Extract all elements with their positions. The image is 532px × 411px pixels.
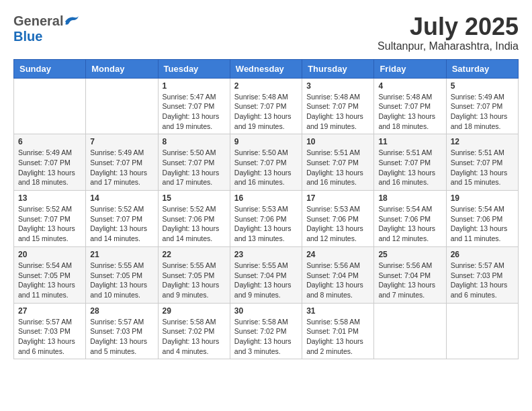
calendar-cell: 21Sunrise: 5:55 AMSunset: 7:05 PMDayligh… [86,246,158,303]
day-number: 7 [90,137,153,146]
day-info: Sunrise: 5:55 AMSunset: 7:04 PMDaylight:… [234,261,298,300]
day-number: 2 [234,81,298,91]
month-title: July 2025 [378,13,519,40]
calendar-cell: 24Sunrise: 5:56 AMSunset: 7:04 PMDayligh… [302,246,374,303]
calendar-cell: 26Sunrise: 5:57 AMSunset: 7:03 PMDayligh… [446,246,518,303]
logo-blue: Blue [13,29,42,44]
calendar-table: SundayMondayTuesdayWednesdayThursdayFrid… [13,59,519,360]
calendar-cell: 11Sunrise: 5:51 AMSunset: 7:07 PMDayligh… [374,134,446,191]
calendar-cell: 6Sunrise: 5:49 AMSunset: 7:07 PMDaylight… [14,134,86,191]
day-info: Sunrise: 5:49 AMSunset: 7:07 PMDaylight:… [90,148,153,187]
day-number: 26 [451,250,514,259]
day-info: Sunrise: 5:56 AMSunset: 7:04 PMDaylight:… [378,261,441,300]
day-info: Sunrise: 5:50 AMSunset: 7:07 PMDaylight:… [234,148,298,187]
calendar-cell: 28Sunrise: 5:57 AMSunset: 7:03 PMDayligh… [86,303,158,359]
calendar-cell: 10Sunrise: 5:51 AMSunset: 7:07 PMDayligh… [302,134,374,191]
calendar-cell: 31Sunrise: 5:58 AMSunset: 7:01 PMDayligh… [302,303,374,359]
calendar-cell [374,303,446,359]
day-number: 29 [163,306,226,316]
day-number: 19 [451,193,514,203]
day-number: 9 [234,137,298,146]
day-info: Sunrise: 5:57 AMSunset: 7:03 PMDaylight:… [18,317,81,357]
day-number: 24 [306,250,369,259]
calendar-cell: 1Sunrise: 5:47 AMSunset: 7:07 PMDaylight… [158,78,230,134]
calendar-week-row: 13Sunrise: 5:52 AMSunset: 7:07 PMDayligh… [14,191,519,247]
day-info: Sunrise: 5:58 AMSunset: 7:01 PMDaylight:… [306,317,369,357]
calendar-cell: 14Sunrise: 5:52 AMSunset: 7:07 PMDayligh… [86,191,158,247]
day-number: 14 [90,193,153,203]
calendar-cell [86,78,158,134]
day-info: Sunrise: 5:52 AMSunset: 7:06 PMDaylight:… [163,204,226,244]
calendar-cell [446,303,518,359]
day-number: 17 [306,193,369,203]
calendar-cell: 9Sunrise: 5:50 AMSunset: 7:07 PMDaylight… [230,134,302,191]
day-info: Sunrise: 5:57 AMSunset: 7:03 PMDaylight:… [451,261,514,300]
calendar-day-header: Friday [374,59,446,78]
calendar-cell: 30Sunrise: 5:58 AMSunset: 7:02 PMDayligh… [230,303,302,359]
location: Sultanpur, Maharashtra, India [378,40,519,52]
calendar-cell: 25Sunrise: 5:56 AMSunset: 7:04 PMDayligh… [374,246,446,303]
day-info: Sunrise: 5:55 AMSunset: 7:05 PMDaylight:… [90,261,153,300]
logo-bird-icon [64,15,80,28]
day-number: 25 [378,250,441,259]
day-number: 1 [163,81,226,91]
day-number: 23 [234,250,298,259]
day-number: 30 [234,306,298,316]
logo-general: General [13,13,63,29]
calendar-cell: 22Sunrise: 5:55 AMSunset: 7:05 PMDayligh… [158,246,230,303]
day-number: 18 [378,193,441,203]
calendar-cell: 3Sunrise: 5:48 AMSunset: 7:07 PMDaylight… [302,78,374,134]
day-info: Sunrise: 5:50 AMSunset: 7:07 PMDaylight:… [163,148,226,187]
calendar-week-row: 6Sunrise: 5:49 AMSunset: 7:07 PMDaylight… [14,134,519,191]
calendar-cell: 16Sunrise: 5:53 AMSunset: 7:06 PMDayligh… [230,191,302,247]
day-number: 12 [451,137,514,146]
calendar-day-header: Monday [86,59,158,78]
day-info: Sunrise: 5:48 AMSunset: 7:07 PMDaylight:… [234,92,298,132]
calendar-cell: 19Sunrise: 5:54 AMSunset: 7:06 PMDayligh… [446,191,518,247]
logo: General Blue [13,13,80,44]
calendar-cell: 23Sunrise: 5:55 AMSunset: 7:04 PMDayligh… [230,246,302,303]
calendar-cell: 13Sunrise: 5:52 AMSunset: 7:07 PMDayligh… [14,191,86,247]
calendar-day-header: Saturday [446,59,518,78]
calendar-cell: 7Sunrise: 5:49 AMSunset: 7:07 PMDaylight… [86,134,158,191]
calendar-day-header: Sunday [14,59,86,78]
calendar-cell: 17Sunrise: 5:53 AMSunset: 7:06 PMDayligh… [302,191,374,247]
calendar-header-row: SundayMondayTuesdayWednesdayThursdayFrid… [14,59,519,78]
calendar-day-header: Thursday [302,59,374,78]
day-number: 6 [18,137,81,146]
day-info: Sunrise: 5:58 AMSunset: 7:02 PMDaylight:… [234,317,298,357]
day-info: Sunrise: 5:54 AMSunset: 7:06 PMDaylight:… [378,204,441,244]
calendar-cell: 2Sunrise: 5:48 AMSunset: 7:07 PMDaylight… [230,78,302,134]
calendar-day-header: Tuesday [158,59,230,78]
calendar-week-row: 27Sunrise: 5:57 AMSunset: 7:03 PMDayligh… [14,303,519,359]
day-info: Sunrise: 5:54 AMSunset: 7:05 PMDaylight:… [18,261,81,300]
title-section: July 2025 Sultanpur, Maharashtra, India [378,13,519,52]
day-info: Sunrise: 5:49 AMSunset: 7:07 PMDaylight:… [451,92,514,132]
day-info: Sunrise: 5:51 AMSunset: 7:07 PMDaylight:… [306,148,369,187]
day-info: Sunrise: 5:56 AMSunset: 7:04 PMDaylight:… [306,261,369,300]
calendar-week-row: 20Sunrise: 5:54 AMSunset: 7:05 PMDayligh… [14,246,519,303]
day-info: Sunrise: 5:48 AMSunset: 7:07 PMDaylight:… [306,92,369,132]
day-info: Sunrise: 5:49 AMSunset: 7:07 PMDaylight:… [18,148,81,187]
day-info: Sunrise: 5:47 AMSunset: 7:07 PMDaylight:… [163,92,226,132]
calendar-cell: 27Sunrise: 5:57 AMSunset: 7:03 PMDayligh… [14,303,86,359]
day-info: Sunrise: 5:52 AMSunset: 7:07 PMDaylight:… [90,204,153,244]
day-number: 22 [163,250,226,259]
calendar-cell: 4Sunrise: 5:48 AMSunset: 7:07 PMDaylight… [374,78,446,134]
calendar-cell: 20Sunrise: 5:54 AMSunset: 7:05 PMDayligh… [14,246,86,303]
calendar-cell: 12Sunrise: 5:51 AMSunset: 7:07 PMDayligh… [446,134,518,191]
calendar-cell: 8Sunrise: 5:50 AMSunset: 7:07 PMDaylight… [158,134,230,191]
calendar-day-header: Wednesday [230,59,302,78]
day-number: 20 [18,250,81,259]
day-number: 3 [306,81,369,91]
day-number: 5 [451,81,514,91]
day-info: Sunrise: 5:48 AMSunset: 7:07 PMDaylight:… [378,92,441,132]
calendar-cell: 18Sunrise: 5:54 AMSunset: 7:06 PMDayligh… [374,191,446,247]
day-info: Sunrise: 5:57 AMSunset: 7:03 PMDaylight:… [90,317,153,357]
day-info: Sunrise: 5:54 AMSunset: 7:06 PMDaylight:… [451,204,514,244]
calendar-cell [14,78,86,134]
day-number: 31 [306,306,369,316]
day-number: 21 [90,250,153,259]
day-info: Sunrise: 5:51 AMSunset: 7:07 PMDaylight:… [451,148,514,187]
calendar-cell: 29Sunrise: 5:58 AMSunset: 7:02 PMDayligh… [158,303,230,359]
